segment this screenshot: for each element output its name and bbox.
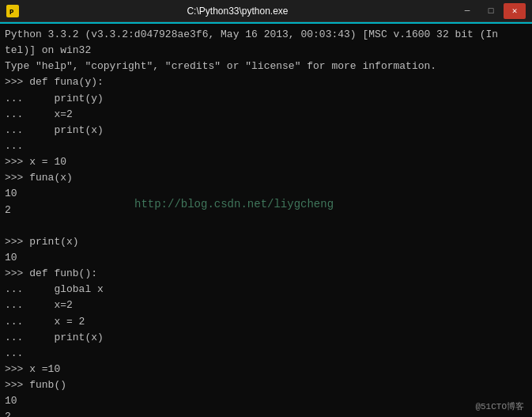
code-line-13: ... print(x) (5, 332, 104, 343)
code-line-2: ... print(y) (5, 93, 104, 104)
header-line-1: Python 3.3.2 (v3.3.2:d047928ae3f6, May 1… (5, 28, 498, 40)
close-button[interactable]: ✕ (504, 3, 526, 19)
title-bar: P C:\Python33\python.exe ─ □ ✕ (0, 0, 532, 22)
maximize-button[interactable]: □ (480, 3, 502, 19)
watermark-text: http://blog.csdn.net/liygcheng (134, 198, 334, 210)
code-line-11: ... x=2 (5, 299, 73, 311)
header-line-3: Type "help", "copyright", "credits" or "… (5, 60, 436, 72)
code-line-6: >>> x = 10 (5, 156, 66, 168)
svg-text:P: P (9, 9, 14, 17)
attribution-text: @51CTO博客 (475, 400, 524, 412)
terminal-window: Python 3.3.2 (v3.3.2:d047928ae3f6, May 1… (0, 22, 532, 417)
code-line-10: ... global x (5, 283, 104, 295)
header-line-2: tel)] on win32 (5, 44, 91, 56)
output-line-1: 10 (5, 188, 17, 199)
code-line-4: ... print(x) (5, 124, 104, 136)
code-line-15: >>> x =10 (5, 363, 60, 375)
window-controls: ─ □ ✕ (456, 3, 526, 19)
output-line-4: 10 (5, 395, 17, 407)
output-line-3: 10 (5, 252, 17, 263)
code-line-5: ... (5, 140, 23, 152)
minimize-button[interactable]: ─ (456, 3, 478, 19)
code-line-1: >>> def funa(y): (5, 76, 104, 88)
output-line-5: 2 (5, 411, 11, 417)
window-title: C:\Python33\python.exe (19, 6, 456, 17)
terminal-output: Python 3.3.2 (v3.3.2:d047928ae3f6, May 1… (5, 27, 527, 417)
code-line-16: >>> funb() (5, 379, 66, 391)
app-icon: P (6, 5, 19, 17)
code-line-14: ... (5, 347, 23, 359)
code-line-8: >>> print(x) (5, 236, 79, 248)
code-line-12: ... x = 2 (5, 316, 85, 328)
code-line-9: >>> def funb(): (5, 267, 97, 279)
output-line-2: 2 (5, 204, 11, 216)
code-line-7: >>> funa(x) (5, 172, 73, 184)
code-line-3: ... x=2 (5, 108, 73, 120)
